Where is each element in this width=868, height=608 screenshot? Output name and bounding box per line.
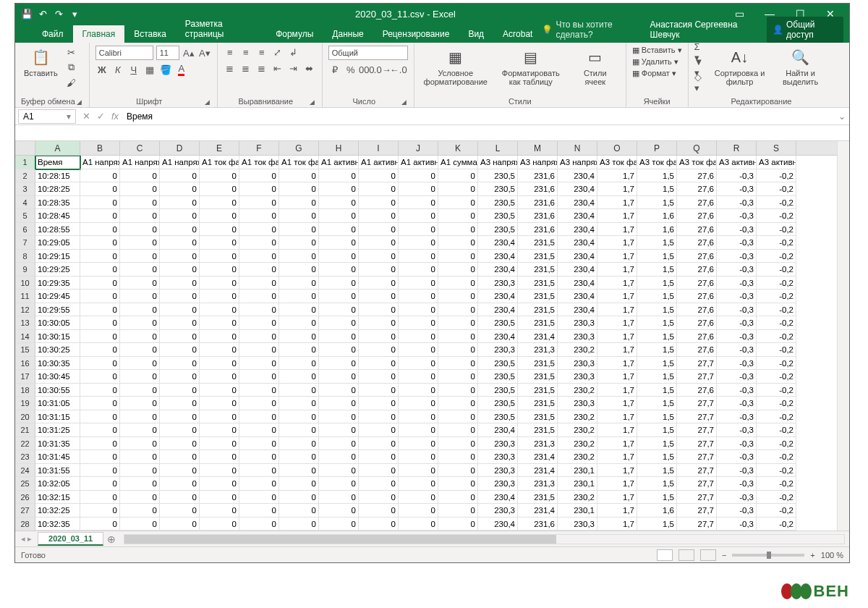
column-header[interactable]: A: [35, 141, 80, 155]
cell[interactable]: -0,3: [717, 437, 757, 451]
cell[interactable]: 0: [239, 477, 279, 491]
cell[interactable]: 1,7: [597, 410, 637, 424]
cell[interactable]: 10:31:25: [35, 423, 80, 437]
cell[interactable]: 0: [438, 250, 478, 263]
formula-input[interactable]: Время: [122, 111, 835, 122]
cell[interactable]: 0: [438, 303, 478, 317]
cell[interactable]: 0: [200, 423, 239, 437]
cell[interactable]: -0,2: [757, 464, 796, 478]
cell[interactable]: 0: [399, 397, 438, 410]
cell[interactable]: 0: [120, 316, 160, 330]
cell[interactable]: 1,5: [637, 423, 677, 437]
cell[interactable]: 10:30:55: [35, 384, 80, 397]
cell[interactable]: -0,2: [757, 423, 796, 437]
cell[interactable]: 0: [200, 330, 239, 344]
cell[interactable]: 1,7: [597, 464, 637, 478]
cell[interactable]: 1,7: [597, 477, 637, 491]
cell[interactable]: 0: [279, 263, 319, 276]
orientation-icon[interactable]: ⤢: [271, 46, 284, 59]
align-left-icon[interactable]: ≣: [224, 62, 237, 75]
cell[interactable]: 0: [359, 330, 399, 344]
cell[interactable]: 230,1: [558, 504, 597, 518]
cell[interactable]: -0,2: [757, 437, 796, 451]
cell[interactable]: 1,5: [637, 518, 677, 531]
cell[interactable]: A3 напряж: [478, 156, 518, 169]
cell[interactable]: 27,7: [677, 464, 717, 478]
cell[interactable]: -0,2: [757, 263, 796, 276]
cell[interactable]: 0: [160, 464, 200, 478]
cell[interactable]: 0: [120, 276, 160, 290]
cell[interactable]: 230,4: [558, 223, 597, 237]
cell[interactable]: 0: [399, 182, 438, 196]
cell[interactable]: 0: [319, 518, 359, 531]
decrease-indent-icon[interactable]: ⇤: [271, 62, 284, 75]
cell[interactable]: 0: [160, 518, 200, 531]
cell[interactable]: 0: [239, 316, 279, 330]
cell[interactable]: 27,7: [677, 410, 717, 424]
cell[interactable]: 0: [80, 397, 120, 410]
cell[interactable]: 0: [438, 330, 478, 344]
cell[interactable]: 0: [359, 236, 399, 250]
cell[interactable]: 27,6: [677, 250, 717, 263]
cell[interactable]: -0,2: [757, 357, 796, 371]
cell[interactable]: 0: [399, 410, 438, 424]
cell[interactable]: 231,6: [518, 182, 558, 196]
cell[interactable]: 0: [399, 504, 438, 518]
cell[interactable]: -0,2: [757, 236, 796, 250]
cell[interactable]: 1,5: [637, 464, 677, 478]
cell[interactable]: 230,3: [558, 397, 597, 410]
cell[interactable]: A3 ток фа: [597, 156, 637, 169]
decrease-decimal-icon[interactable]: ←.0: [392, 63, 405, 76]
cell[interactable]: 0: [279, 423, 319, 437]
cell[interactable]: A1 активн: [359, 156, 399, 169]
cell[interactable]: 0: [359, 343, 399, 357]
cell[interactable]: 0: [279, 290, 319, 303]
cell[interactable]: 10:28:35: [35, 196, 80, 210]
cell[interactable]: 0: [200, 504, 239, 518]
cell[interactable]: 1,7: [597, 397, 637, 410]
cell[interactable]: 0: [160, 303, 200, 317]
cell[interactable]: 231,6: [518, 196, 558, 210]
cell[interactable]: 10:32:35: [35, 518, 80, 531]
cell[interactable]: 230,2: [558, 384, 597, 397]
cell[interactable]: 0: [160, 209, 200, 223]
column-header[interactable]: E: [200, 141, 239, 155]
cell[interactable]: A3 активн: [717, 156, 757, 169]
cell[interactable]: 0: [200, 182, 239, 196]
cell[interactable]: 0: [80, 437, 120, 451]
cell[interactable]: 0: [319, 169, 359, 183]
column-header[interactable]: L: [478, 141, 518, 155]
cell[interactable]: 1,7: [597, 316, 637, 330]
cell[interactable]: 0: [438, 491, 478, 504]
cell[interactable]: 0: [200, 491, 239, 504]
cell[interactable]: 10:30:25: [35, 343, 80, 357]
cell[interactable]: 0: [399, 223, 438, 237]
merge-icon[interactable]: ⬌: [303, 62, 316, 75]
cell[interactable]: -0,3: [717, 223, 757, 237]
cell[interactable]: 230,4: [558, 169, 597, 183]
column-header[interactable]: C: [120, 141, 160, 155]
cell[interactable]: 0: [120, 504, 160, 518]
cell[interactable]: 27,7: [677, 437, 717, 451]
underline-button[interactable]: Ч: [127, 63, 140, 76]
cell[interactable]: 10:29:45: [35, 290, 80, 303]
cell[interactable]: 0: [239, 250, 279, 263]
cell[interactable]: 0: [200, 464, 239, 478]
cell[interactable]: 10:28:15: [35, 169, 80, 183]
cell[interactable]: 1,7: [597, 518, 637, 531]
cell[interactable]: 1,5: [637, 357, 677, 371]
cell[interactable]: 0: [200, 209, 239, 223]
cell[interactable]: 230,5: [478, 223, 518, 237]
cell[interactable]: 0: [239, 437, 279, 451]
cell[interactable]: 0: [239, 450, 279, 464]
cell[interactable]: -0,2: [757, 330, 796, 344]
cell[interactable]: 1,5: [637, 250, 677, 263]
row-header[interactable]: 19: [15, 397, 35, 410]
cell[interactable]: -0,3: [717, 290, 757, 303]
cell[interactable]: 0: [239, 236, 279, 250]
row-header[interactable]: 20: [15, 410, 35, 424]
row-header[interactable]: 13: [15, 316, 35, 330]
cell[interactable]: 0: [279, 343, 319, 357]
row-header[interactable]: 14: [15, 330, 35, 344]
cell[interactable]: A1 сумма: [438, 156, 478, 169]
